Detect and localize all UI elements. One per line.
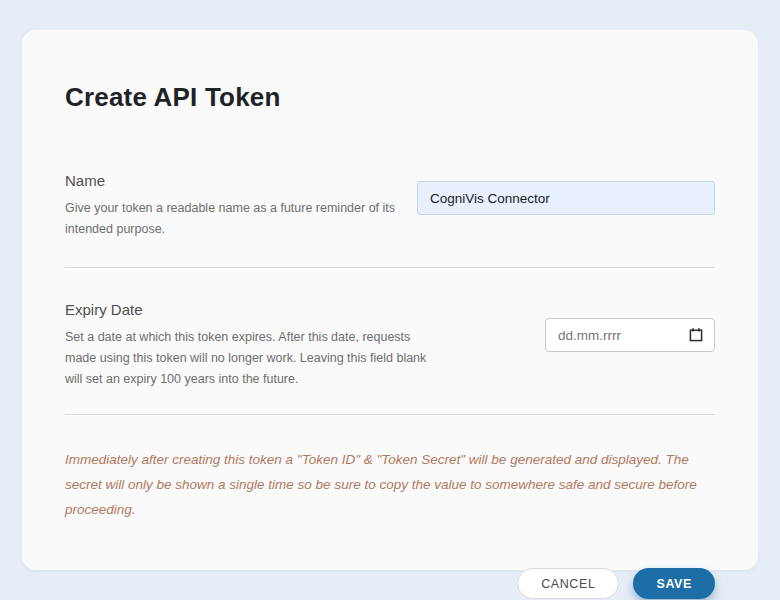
cancel-button[interactable]: CANCEL	[517, 568, 619, 599]
page-title: Create API Token	[65, 82, 715, 113]
token-secret-notice: Immediately after creating this token a …	[65, 447, 715, 522]
token-name-input[interactable]	[417, 181, 715, 215]
calendar-icon[interactable]	[688, 327, 704, 343]
name-field-row: Name Give your token a readable name as …	[65, 171, 715, 240]
section-divider	[65, 267, 715, 268]
name-field-label: Name	[65, 171, 417, 191]
name-field-info: Name Give your token a readable name as …	[65, 171, 417, 240]
expiry-field-description: Set a date at which this token expires. …	[65, 327, 435, 390]
name-field-description: Give your token a readable name as a fut…	[65, 198, 417, 240]
expiry-date-field	[545, 318, 715, 352]
save-button[interactable]: SAVE	[633, 568, 715, 599]
expiry-field-row: Expiry Date Set a date at which this tok…	[65, 300, 715, 390]
dialog-actions: CANCEL SAVE	[65, 568, 715, 599]
expiry-field-label: Expiry Date	[65, 300, 435, 320]
expiry-field-info: Expiry Date Set a date at which this tok…	[65, 300, 435, 390]
section-divider	[65, 414, 715, 415]
create-api-token-dialog: Create API Token Name Give your token a …	[22, 30, 758, 570]
